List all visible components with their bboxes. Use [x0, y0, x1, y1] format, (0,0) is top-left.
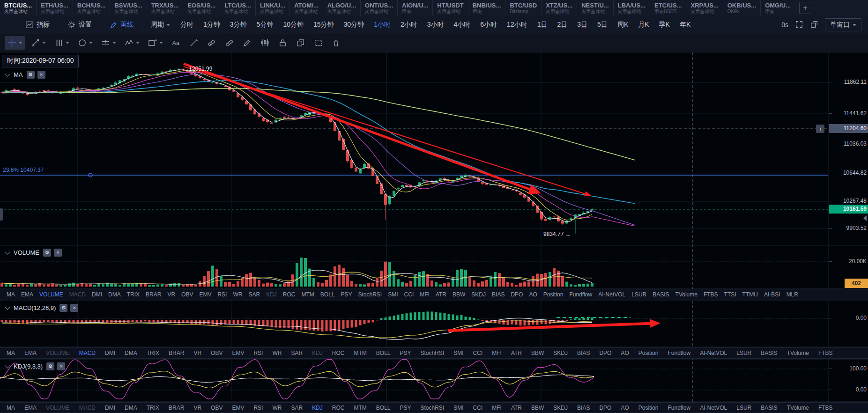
indicator-option[interactable]: MTM — [354, 405, 366, 411]
indicator-option[interactable]: EMA — [24, 405, 37, 411]
trash-tool[interactable] — [329, 36, 343, 50]
indicator-option[interactable]: DPO — [599, 350, 611, 356]
market-tab[interactable]: ETH/US...火币全球站 — [37, 0, 73, 16]
indicator-option[interactable]: AI-NetVOL — [700, 405, 727, 411]
market-tab[interactable]: XTZ/US...火币全球站 — [542, 0, 577, 16]
settings-button[interactable]: 设置 — [67, 21, 92, 29]
indicator-option[interactable]: MTM — [301, 291, 314, 298]
timeframe-option[interactable]: 1小时 — [374, 21, 391, 29]
indicator-option[interactable]: MA — [7, 405, 15, 411]
indicator-option[interactable]: BOLL — [376, 405, 391, 411]
indicator-option[interactable]: PSY — [400, 405, 411, 411]
indicator-option[interactable]: BBW — [531, 405, 544, 411]
copy-tool[interactable] — [293, 36, 308, 50]
collapse-chevron-icon[interactable] — [5, 304, 10, 310]
indicator-option[interactable]: Position — [543, 291, 564, 298]
indicator-option[interactable]: RSI — [217, 291, 227, 298]
vertical-lines-tool[interactable] — [52, 36, 72, 50]
indicator-option[interactable]: WR — [233, 291, 242, 298]
indicator-option[interactable]: SMI — [388, 291, 398, 298]
indicator-option[interactable]: ROC — [332, 405, 345, 411]
indicator-option[interactable]: StochRSI — [358, 291, 382, 298]
add-alert-plus-icon[interactable]: + — [816, 125, 824, 133]
indicator-option[interactable]: AI-BSI — [764, 291, 780, 298]
market-tab[interactable]: LTC/US...火币全球站 — [220, 0, 256, 16]
indicator-option[interactable]: FTBS — [818, 350, 833, 356]
text-tool[interactable]: Aa — [169, 36, 183, 50]
timeframe-option[interactable]: 30分钟 — [344, 21, 364, 29]
timeframe-option[interactable]: 3日 — [577, 21, 587, 29]
indicator-option[interactable]: SAR — [291, 350, 303, 356]
indicator-option[interactable]: MFI — [420, 291, 430, 298]
add-tab-button[interactable]: + — [799, 2, 811, 14]
indicator-option[interactable]: MA — [7, 350, 15, 356]
market-tab[interactable]: ATOM/...火币全球站 — [290, 0, 323, 16]
indicator-option[interactable]: KDJ — [312, 350, 323, 356]
indicator-option[interactable]: TTSI — [724, 291, 736, 298]
market-tab[interactable]: BTC/US...火币全球站 — [0, 0, 37, 16]
indicator-option[interactable]: VR — [193, 350, 201, 356]
timeframe-option[interactable]: 分时 — [180, 21, 193, 29]
ellipse-tool[interactable] — [75, 36, 95, 50]
draw-lines-button[interactable]: 画线 — [110, 21, 134, 29]
indicator-option[interactable]: AO — [529, 291, 537, 298]
period-dropdown[interactable]: 周期 — [151, 21, 170, 29]
indicator-option[interactable]: AI-NetVOL — [598, 291, 625, 298]
indicator-option[interactable]: EMA — [21, 291, 33, 298]
market-tab[interactable]: XRP/US...火币全球站 — [686, 0, 723, 16]
indicator-option[interactable]: MACD — [79, 405, 96, 411]
indicator-option[interactable]: SKDJ — [471, 291, 486, 298]
indicator-option[interactable]: AO — [621, 405, 629, 411]
market-tab[interactable]: LINK/U...火币全球站 — [256, 0, 290, 16]
indicator-option[interactable]: MACD — [79, 350, 96, 356]
indicator-option[interactable]: BIAS — [577, 405, 590, 411]
pencil-tool[interactable] — [240, 36, 254, 50]
chart-canvas[interactable] — [0, 52, 868, 413]
indicator-option[interactable]: SAR — [291, 405, 303, 411]
volume-close-button[interactable]: × — [54, 249, 62, 257]
indicator-option[interactable]: BBW — [453, 291, 465, 298]
timeframe-option[interactable]: 10分钟 — [283, 21, 304, 29]
strike-eraser-tool[interactable] — [204, 36, 219, 50]
indicator-option[interactable]: MFI — [492, 350, 502, 356]
timeframe-option[interactable]: 15分钟 — [313, 21, 334, 29]
timeframe-option[interactable]: 季K — [659, 21, 670, 29]
indicator-option[interactable]: CCI — [404, 291, 414, 298]
indicator-option[interactable]: VR — [167, 291, 175, 298]
indicator-option[interactable]: TRIX — [127, 291, 140, 298]
market-tab[interactable]: BNB/US...币安 — [468, 0, 506, 16]
indicator-option[interactable]: BASIS — [653, 291, 669, 298]
collapse-chevron-icon[interactable] — [5, 363, 10, 368]
indicator-option[interactable]: SAR — [248, 291, 260, 298]
indicator-option[interactable]: FTBS — [818, 405, 833, 411]
indicator-option[interactable]: BIAS — [577, 350, 590, 356]
indicator-option[interactable]: Position — [638, 405, 659, 411]
timeframe-option[interactable]: 1分钟 — [203, 21, 220, 29]
indicators-button[interactable]: 指标 — [25, 21, 50, 29]
indicator-option[interactable]: OBV — [211, 350, 223, 356]
indicator-option[interactable]: LSUR — [736, 350, 751, 356]
position-box-tool[interactable] — [145, 36, 165, 50]
indicator-option[interactable]: DPO — [599, 405, 611, 411]
indicator-option[interactable]: Fundflow — [668, 405, 690, 411]
indicator-option[interactable]: DMA — [125, 405, 137, 411]
horizontal-lines-tool[interactable] — [98, 36, 119, 50]
indicator-option[interactable]: Position — [638, 350, 659, 356]
indicator-option[interactable]: SMI — [453, 350, 463, 356]
indicator-option[interactable]: EMV — [199, 291, 211, 298]
market-tab[interactable]: BTC/USDBitstamp — [505, 0, 542, 16]
market-tab[interactable]: OKB/US...OKEx — [723, 0, 761, 16]
select-tool[interactable] — [311, 36, 326, 50]
fullscreen-icon[interactable] — [795, 20, 803, 30]
indicator-option[interactable]: MTM — [354, 350, 366, 356]
indicator-option[interactable]: SKDJ — [553, 405, 568, 411]
timeframe-option[interactable]: 2日 — [557, 21, 567, 29]
indicator-option[interactable]: VOLUME — [46, 350, 70, 356]
market-tab[interactable]: ETC/US...币安USDT... — [650, 0, 687, 16]
macd-close-button[interactable]: × — [70, 304, 78, 312]
indicator-option[interactable]: KDJ — [312, 405, 323, 411]
timeframe-option[interactable]: 3分钟 — [230, 21, 247, 29]
indicator-option[interactable]: MACD — [69, 291, 86, 298]
wave-tool[interactable] — [122, 36, 142, 50]
indicator-option[interactable]: BASIS — [761, 350, 777, 356]
